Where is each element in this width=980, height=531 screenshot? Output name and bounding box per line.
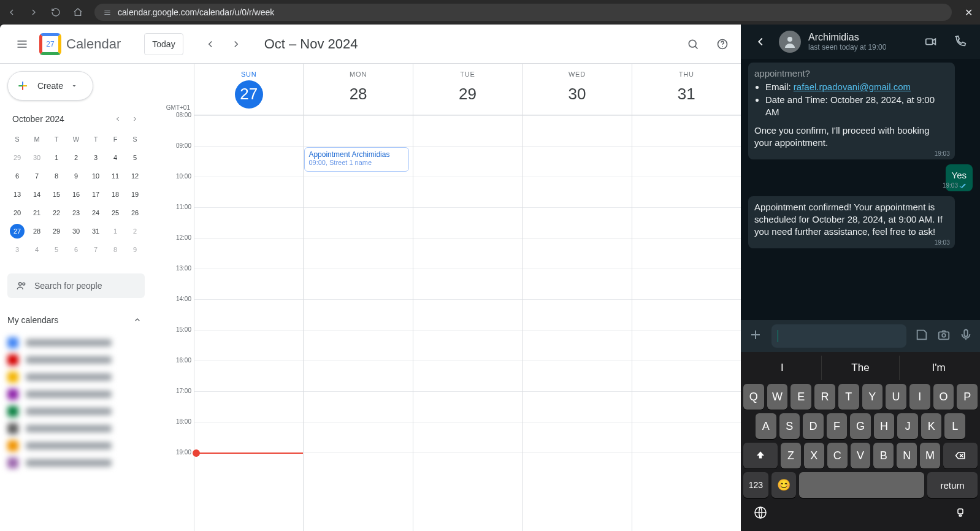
home-button[interactable] — [72, 7, 83, 18]
calendar-list-item[interactable] — [7, 423, 145, 434]
nav-forward-button[interactable] — [28, 7, 39, 18]
mini-day[interactable]: 1 — [49, 150, 64, 165]
chat-message-in[interactable]: Appointment confirmed! Your appointment … — [748, 196, 955, 248]
search-people-input[interactable]: Search for people — [7, 273, 145, 298]
reload-button[interactable] — [50, 7, 61, 18]
hour-row[interactable] — [194, 330, 741, 361]
day-column-header[interactable]: TUE29 — [413, 64, 522, 115]
keyboard-suggestion[interactable]: I — [743, 356, 822, 380]
mini-prev-button[interactable] — [110, 112, 125, 126]
mini-day[interactable]: 3 — [10, 242, 25, 257]
key-u[interactable]: U — [886, 384, 906, 410]
key-v[interactable]: V — [851, 443, 871, 468]
hour-row[interactable] — [194, 269, 741, 299]
mini-day[interactable]: 29 — [10, 150, 25, 165]
key-z[interactable]: Z — [781, 443, 801, 468]
space-key[interactable] — [799, 472, 924, 498]
key-y[interactable]: Y — [862, 384, 883, 410]
voice-call-button[interactable] — [949, 31, 971, 53]
hour-row[interactable] — [194, 299, 741, 330]
keyboard-suggestion[interactable]: The — [822, 356, 900, 380]
mini-day[interactable]: 28 — [29, 224, 44, 239]
key-l[interactable]: L — [944, 413, 965, 439]
keyboard-suggestion[interactable]: I'm — [900, 356, 978, 380]
mini-day[interactable]: 25 — [108, 205, 123, 220]
calendar-logo[interactable]: 27 Calendar — [39, 33, 121, 55]
mini-day[interactable]: 4 — [108, 150, 123, 165]
today-button[interactable]: Today — [144, 33, 183, 55]
camera-button[interactable] — [937, 328, 951, 344]
numeric-key[interactable]: 123 — [743, 472, 768, 498]
window-close-icon[interactable]: ✕ — [963, 7, 974, 18]
day-column-header[interactable]: SUN27 — [194, 64, 303, 115]
hour-row[interactable] — [194, 453, 741, 483]
day-column-header[interactable]: MON28 — [303, 64, 412, 115]
mini-day[interactable]: 30 — [69, 224, 83, 239]
key-i[interactable]: I — [909, 384, 930, 410]
create-button[interactable]: Create — [7, 71, 93, 101]
mini-day[interactable]: 6 — [69, 242, 83, 257]
message-input[interactable] — [771, 324, 906, 348]
chat-back-button[interactable] — [749, 31, 771, 53]
mini-day[interactable]: 11 — [108, 169, 123, 183]
key-h[interactable]: H — [874, 413, 895, 439]
mini-day[interactable]: 4 — [29, 242, 44, 257]
hour-row[interactable] — [194, 207, 741, 238]
key-s[interactable]: S — [779, 413, 800, 439]
key-q[interactable]: Q — [743, 384, 764, 410]
key-a[interactable]: A — [756, 413, 776, 439]
calendar-list-item[interactable] — [7, 372, 145, 383]
mini-day[interactable]: 9 — [128, 242, 142, 257]
key-p[interactable]: P — [957, 384, 978, 410]
key-g[interactable]: G — [850, 413, 871, 439]
mini-day[interactable]: 13 — [10, 187, 25, 202]
chat-message-out[interactable]: Yes19:03 — [946, 164, 973, 191]
mini-day[interactable]: 14 — [29, 187, 44, 202]
mini-day[interactable]: 7 — [29, 169, 44, 183]
mic-button[interactable] — [959, 328, 973, 344]
calendar-list-item[interactable] — [7, 354, 145, 365]
globe-key[interactable] — [753, 505, 768, 522]
mini-day[interactable]: 7 — [88, 242, 103, 257]
sticker-button[interactable] — [915, 328, 928, 344]
key-t[interactable]: T — [838, 384, 859, 410]
key-b[interactable]: B — [873, 443, 894, 468]
nav-back-button[interactable] — [6, 7, 17, 18]
mini-next-button[interactable] — [128, 112, 142, 126]
mini-day[interactable]: 3 — [88, 150, 103, 165]
mini-day[interactable]: 15 — [49, 187, 64, 202]
mini-day[interactable]: 18 — [108, 187, 123, 202]
backspace-key[interactable] — [943, 443, 978, 468]
mini-day[interactable]: 10 — [88, 169, 103, 183]
calendar-list-item[interactable] — [7, 337, 145, 348]
address-bar[interactable]: calendar.google.com/calendar/u/0/r/week — [94, 4, 952, 21]
mini-day[interactable]: 1 — [108, 224, 123, 239]
key-n[interactable]: N — [897, 443, 917, 468]
dictation-key[interactable] — [953, 505, 968, 522]
key-o[interactable]: O — [933, 384, 954, 410]
key-x[interactable]: X — [804, 443, 824, 468]
search-button[interactable] — [681, 32, 705, 56]
mini-day[interactable]: 21 — [29, 205, 44, 220]
mini-day[interactable]: 6 — [10, 169, 25, 183]
mini-day[interactable]: 17 — [88, 187, 103, 202]
key-c[interactable]: C — [827, 443, 848, 468]
hour-row[interactable] — [194, 361, 741, 391]
key-d[interactable]: D — [803, 413, 824, 439]
contact-info[interactable]: Archimidias last seen today at 19:00 — [808, 32, 913, 52]
mini-day[interactable]: 31 — [88, 224, 103, 239]
mini-day[interactable]: 8 — [108, 242, 123, 257]
mini-day[interactable]: 30 — [29, 150, 44, 165]
return-key[interactable]: return — [927, 472, 978, 498]
chat-messages[interactable]: appointment?Email: rafael.rpadovani@gmai… — [741, 59, 980, 320]
day-column-header[interactable]: THU31 — [632, 64, 741, 115]
key-f[interactable]: F — [827, 413, 848, 439]
hour-row[interactable] — [194, 238, 741, 269]
help-button[interactable] — [710, 32, 735, 56]
key-j[interactable]: J — [897, 413, 918, 439]
key-w[interactable]: W — [767, 384, 788, 410]
mini-day[interactable]: 16 — [69, 187, 83, 202]
mini-day[interactable]: 5 — [49, 242, 64, 257]
calendar-list-item[interactable] — [7, 457, 145, 468]
mini-day[interactable]: 23 — [69, 205, 83, 220]
